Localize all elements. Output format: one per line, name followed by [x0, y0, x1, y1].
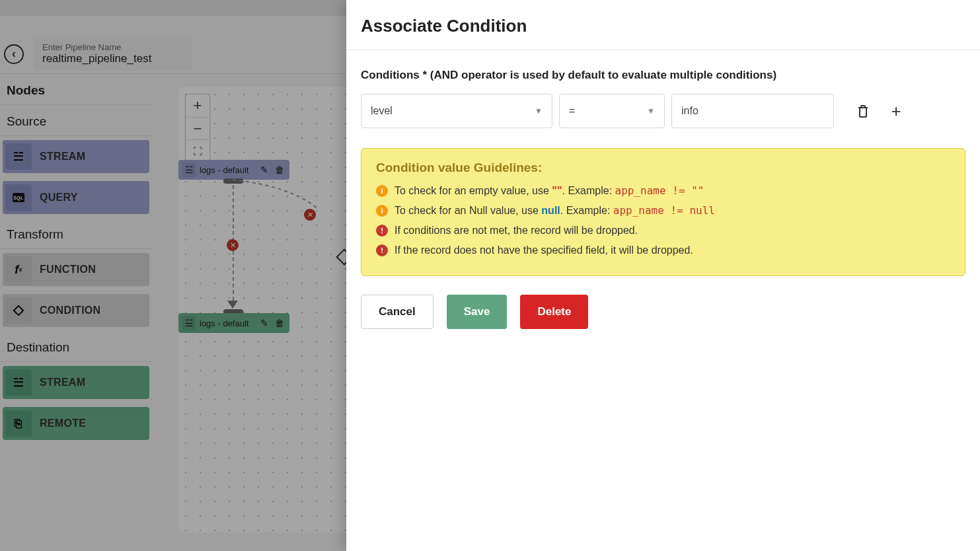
info-icon: i: [376, 205, 388, 217]
delete-condition-button[interactable]: [850, 98, 876, 124]
close-icon: ✕: [230, 241, 236, 250]
nodes-heading: Nodes: [0, 74, 152, 105]
stream-icon: ☱: [5, 369, 32, 396]
canvas-node-label: logs - default: [200, 165, 255, 175]
guideline-item: ! If the record does not have the specif…: [376, 242, 950, 258]
edge-delete-button[interactable]: ✕: [227, 239, 239, 251]
source-stream-node[interactable]: ☱ STREAM: [3, 140, 149, 173]
stream-icon: ☱: [182, 316, 196, 330]
info-icon: i: [376, 185, 388, 197]
node-label: STREAM: [40, 151, 85, 163]
zoom-in-button[interactable]: +: [186, 94, 209, 117]
pipeline-name-placeholder: Enter Pipeline Name: [42, 42, 182, 52]
source-heading: Source: [0, 105, 152, 136]
node-label: REMOTE: [40, 418, 86, 429]
zoom-controls: + − ⛶: [185, 94, 210, 163]
edit-icon[interactable]: ✎: [259, 165, 270, 175]
guideline-item: i To check for an Null value, use null. …: [376, 203, 950, 219]
remote-icon: ⎘: [5, 410, 32, 437]
dest-remote-node[interactable]: ⎘ REMOTE: [3, 407, 149, 440]
svg-text:SQL: SQL: [13, 196, 24, 201]
trash-icon: [857, 104, 869, 118]
node-label: CONDITION: [40, 305, 100, 316]
panel-title: Associate Condition: [361, 16, 965, 36]
associate-condition-panel: Associate Condition Conditions * (AND op…: [346, 0, 980, 551]
close-icon: ✕: [307, 211, 313, 219]
transform-function-node[interactable]: fx FUNCTION: [3, 253, 149, 286]
canvas-source-node[interactable]: ☱ logs - default ✎ 🗑: [178, 160, 289, 180]
condition-field-value: level: [371, 105, 393, 117]
canvas-dest-node[interactable]: ☱ logs - default ✎ 🗑: [178, 313, 289, 333]
node-label: QUERY: [40, 192, 78, 203]
dest-stream-node[interactable]: ☱ STREAM: [3, 366, 149, 399]
function-icon: fx: [5, 256, 32, 283]
delete-icon[interactable]: 🗑: [274, 165, 285, 175]
guidelines-title: Condition value Guidelines:: [376, 161, 950, 175]
chevron-left-icon: ‹: [12, 47, 16, 61]
back-button[interactable]: ‹: [4, 44, 24, 64]
plus-icon: +: [194, 97, 202, 114]
plus-icon: +: [891, 101, 901, 122]
node-output-port[interactable]: [223, 178, 243, 184]
cancel-button[interactable]: Cancel: [361, 295, 433, 329]
guideline-item: ! If conditions are not met, the record …: [376, 223, 950, 239]
zoom-out-button[interactable]: −: [186, 117, 209, 139]
condition-row: level ▼ = ▼ +: [361, 94, 965, 128]
pipeline-name-input[interactable]: Enter Pipeline Name realtime_pipeline_te…: [33, 37, 192, 71]
add-condition-button[interactable]: +: [883, 98, 909, 124]
warning-icon: !: [376, 244, 388, 256]
edge-delete-button[interactable]: ✕: [304, 209, 316, 221]
transform-heading: Transform: [0, 218, 152, 249]
pipeline-name-value: realtime_pipeline_test: [42, 52, 182, 65]
fit-view-button[interactable]: ⛶: [186, 139, 209, 162]
transform-condition-node[interactable]: CONDITION: [3, 294, 149, 327]
stream-icon: ☱: [182, 163, 196, 177]
source-query-node[interactable]: SQL QUERY: [3, 181, 149, 214]
nodes-sidebar: Nodes Source ☱ STREAM SQL QUERY Transfor…: [0, 74, 152, 533]
condition-field-select[interactable]: level ▼: [361, 94, 552, 128]
guideline-item: i To check for an empty value, use "". E…: [376, 183, 950, 199]
destination-heading: Destination: [0, 331, 152, 362]
node-label: FUNCTION: [40, 264, 96, 276]
condition-operator-value: =: [569, 105, 575, 117]
sql-icon: SQL: [5, 184, 32, 211]
condition-value-input[interactable]: [671, 94, 834, 128]
minus-icon: −: [194, 120, 202, 137]
conditions-label: Conditions * (AND operator is used by de…: [361, 69, 965, 82]
node-label: STREAM: [40, 377, 85, 388]
save-button[interactable]: Save: [447, 295, 508, 329]
condition-icon: [5, 297, 32, 324]
canvas-node-label: logs - default: [200, 318, 255, 328]
stream-icon: ☱: [5, 143, 32, 170]
delete-icon[interactable]: 🗑: [274, 318, 285, 328]
edit-icon[interactable]: ✎: [259, 318, 270, 328]
arrow-icon: [227, 301, 238, 309]
fullscreen-icon: ⛶: [193, 146, 202, 157]
warning-icon: !: [376, 225, 388, 237]
condition-operator-select[interactable]: = ▼: [559, 94, 665, 128]
guidelines-box: Condition value Guidelines: i To check f…: [361, 148, 965, 276]
chevron-down-icon: ▼: [535, 106, 543, 116]
delete-button[interactable]: Delete: [520, 295, 588, 329]
chevron-down-icon: ▼: [647, 106, 655, 116]
